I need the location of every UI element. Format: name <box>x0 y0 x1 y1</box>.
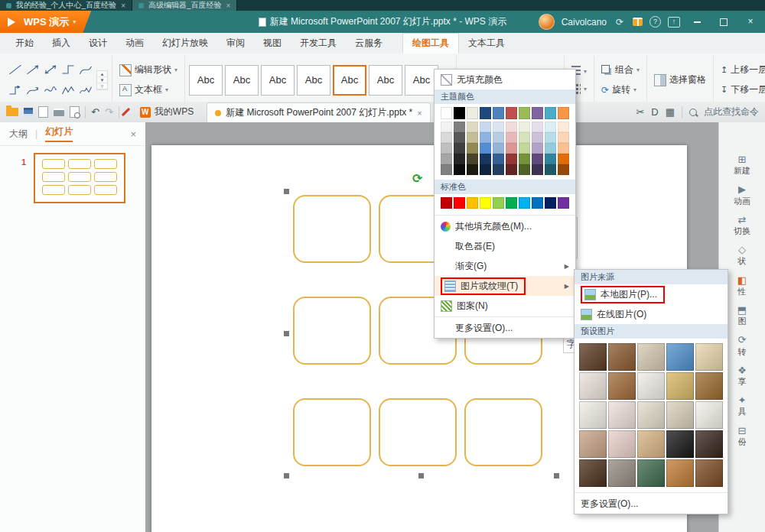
rounded-rectangle-shape[interactable] <box>293 195 371 263</box>
color-swatch[interactable] <box>506 164 517 175</box>
shape-style-preset[interactable]: Abc <box>297 65 330 96</box>
group-button[interactable]: 组合 ▾ <box>598 62 643 78</box>
color-swatch[interactable] <box>493 143 504 154</box>
color-swatch[interactable] <box>506 107 517 119</box>
color-swatch[interactable] <box>480 143 491 154</box>
layout-grid-icon[interactable]: ▦ <box>666 106 675 118</box>
texture-swatch[interactable] <box>666 401 694 429</box>
tab-close-icon[interactable]: × <box>226 2 231 10</box>
texture-swatch[interactable] <box>608 401 636 429</box>
sidebar-item[interactable]: ✦具 <box>738 395 747 416</box>
ribbon-tab[interactable]: 动画 <box>116 33 153 54</box>
texture-swatch[interactable] <box>695 430 723 458</box>
color-swatch[interactable] <box>558 154 569 164</box>
elbow-connector-icon[interactable] <box>60 60 76 79</box>
bring-forward-button[interactable]: ↥ 上移一层 ▾ <box>718 62 765 78</box>
selection-handle[interactable] <box>418 472 425 479</box>
texture-swatch[interactable] <box>666 343 694 371</box>
browser-tab[interactable]: 高级编辑器_百度经验 × <box>132 0 237 11</box>
color-swatch[interactable] <box>506 197 517 209</box>
texture-swatch[interactable] <box>608 459 636 487</box>
texture-swatch[interactable] <box>695 372 723 400</box>
color-swatch[interactable] <box>519 197 530 209</box>
selection-handle[interactable] <box>283 330 290 337</box>
texture-swatch[interactable] <box>695 401 723 429</box>
ribbon-tab[interactable]: 设计 <box>80 33 116 54</box>
texture-swatch[interactable] <box>666 430 694 458</box>
menu-item-no-fill[interactable]: 无填充颜色 <box>435 70 575 89</box>
color-swatch[interactable] <box>519 132 530 143</box>
elbow-arrow-icon[interactable] <box>7 80 24 100</box>
color-swatch[interactable] <box>532 197 543 209</box>
s-curve-icon[interactable] <box>42 80 59 100</box>
menu-item-more-colors[interactable]: 其他填充颜色(M)... <box>435 216 575 236</box>
rounded-rectangle-shape[interactable] <box>293 297 371 365</box>
menu-item-picture-texture[interactable]: 图片或纹理(T) ▶ <box>435 276 575 296</box>
gallery-scroll-down-icon[interactable]: ▾ <box>97 77 107 83</box>
color-swatch[interactable] <box>441 122 452 132</box>
color-swatch[interactable] <box>493 164 504 175</box>
color-swatch[interactable] <box>545 122 556 132</box>
ribbon-tab[interactable]: 开始 <box>6 33 43 54</box>
sidebar-item[interactable]: ◧性 <box>737 275 747 296</box>
sidebar-item[interactable]: ◇状 <box>738 245 747 265</box>
color-swatch[interactable] <box>454 143 465 154</box>
texture-swatch[interactable] <box>695 343 723 371</box>
color-swatch[interactable] <box>558 132 569 143</box>
color-swatch[interactable] <box>506 154 517 164</box>
help-icon[interactable]: ? <box>649 16 661 28</box>
user-avatar[interactable] <box>539 14 555 30</box>
edit-shape-button[interactable]: 编辑形状 ▾ <box>116 62 181 78</box>
zigzag-icon[interactable] <box>60 80 76 100</box>
color-swatch[interactable] <box>480 164 491 175</box>
color-swatch[interactable] <box>545 143 556 154</box>
sync-icon[interactable]: ⟳ <box>614 17 626 28</box>
ribbon-tab[interactable]: 幻灯片放映 <box>153 33 217 54</box>
user-name[interactable]: Caivolcano <box>562 17 607 28</box>
send-backward-button[interactable]: ↧ 下移一层 ▾ <box>718 82 765 98</box>
tab-slides[interactable]: 幻灯片 <box>45 125 73 142</box>
freeform-icon[interactable] <box>77 80 94 100</box>
color-swatch[interactable] <box>558 143 569 154</box>
selection-pane-button[interactable]: 选择窗格 <box>651 72 709 88</box>
tab-outline[interactable]: 大纲 <box>9 128 28 141</box>
sidebar-item[interactable]: ⟳转 <box>738 335 747 355</box>
color-swatch[interactable] <box>480 107 491 119</box>
find-command-label[interactable]: 点此查找命令 <box>704 105 759 118</box>
menu-item-gradient[interactable]: 渐变(G) ▶ <box>435 256 575 276</box>
color-swatch[interactable] <box>558 164 569 175</box>
export-icon[interactable] <box>38 106 48 118</box>
shape-style-preset[interactable]: Abc <box>369 65 402 96</box>
d-badge-icon[interactable]: D <box>651 106 658 118</box>
shape-style-preset[interactable]: Abc <box>189 65 223 96</box>
search-icon[interactable] <box>689 109 697 116</box>
ribbon-tab[interactable]: 文本工具 <box>459 33 514 54</box>
selection-handle[interactable] <box>283 188 290 195</box>
menu-item-more-settings[interactable]: 更多设置(O)... <box>435 318 575 338</box>
color-swatch[interactable] <box>493 197 504 209</box>
shape-style-preset[interactable]: Abc <box>261 65 295 96</box>
red-pen-icon[interactable] <box>122 108 130 116</box>
sidebar-item[interactable]: ⇄切换 <box>734 215 750 235</box>
color-swatch[interactable] <box>545 164 556 175</box>
selection-handle[interactable] <box>283 472 290 479</box>
doc-tab-close-icon[interactable]: × <box>417 109 422 118</box>
color-swatch[interactable] <box>532 132 543 143</box>
diagonal-line-icon[interactable] <box>7 60 24 79</box>
ribbon-tab[interactable]: 视图 <box>254 33 291 54</box>
texture-swatch[interactable] <box>637 430 665 458</box>
text-box-button[interactable]: 文本框 ▾ <box>116 82 171 98</box>
color-swatch[interactable] <box>532 107 543 119</box>
color-swatch[interactable] <box>441 154 452 164</box>
color-swatch[interactable] <box>454 107 465 119</box>
color-swatch[interactable] <box>467 132 478 143</box>
texture-swatch[interactable] <box>666 372 694 400</box>
arrow-line-icon[interactable] <box>24 60 41 79</box>
color-swatch[interactable] <box>480 197 491 209</box>
texture-swatch[interactable] <box>637 401 665 429</box>
color-swatch[interactable] <box>493 154 504 164</box>
color-swatch[interactable] <box>532 154 543 164</box>
color-swatch[interactable] <box>506 122 517 132</box>
color-swatch[interactable] <box>545 107 556 119</box>
ribbon-tab[interactable]: 审阅 <box>217 33 254 54</box>
